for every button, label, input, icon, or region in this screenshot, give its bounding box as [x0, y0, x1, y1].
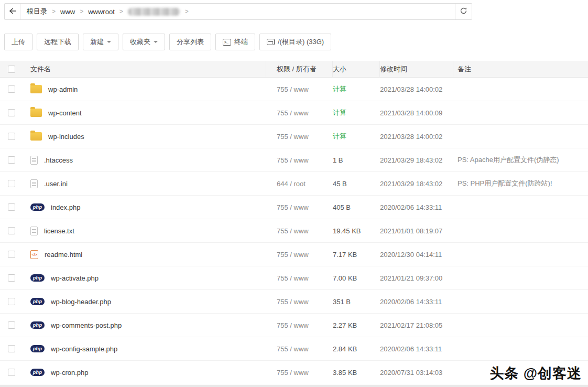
file-name-link[interactable]: index.php [51, 203, 80, 211]
file-name-link[interactable]: wp-comments-post.php [51, 321, 122, 329]
row-checkbox[interactable] [8, 180, 15, 187]
breadcrumb-blurred-site[interactable] [128, 8, 180, 16]
modified-time-cell: 2021/01/21 09:37:00 [380, 274, 453, 282]
back-button[interactable] [5, 4, 20, 19]
favorites-button[interactable]: 收藏夹 [123, 34, 165, 50]
table-row: .htaccess 755 / www 1 B 2021/03/29 18:43… [0, 148, 588, 172]
modified-time-cell: 2021/03/28 14:00:02 [380, 85, 453, 93]
upload-button[interactable]: 上传 [4, 34, 32, 50]
new-button[interactable]: 新建 [83, 34, 118, 50]
terminal-icon [223, 39, 231, 46]
header-modified-time: 修改时间 [380, 61, 453, 77]
php-icon [30, 345, 45, 352]
php-icon [30, 321, 45, 329]
breadcrumb-separator: > [185, 8, 189, 15]
row-checkbox[interactable] [8, 345, 15, 352]
modified-time-cell: 2020/12/30 04:14:11 [380, 251, 453, 259]
size-cell: 7.17 KB [333, 251, 380, 259]
permission-owner-cell: 755 / www [266, 156, 333, 164]
row-checkbox[interactable] [8, 133, 15, 140]
row-checkbox[interactable] [8, 85, 15, 93]
file-name-link[interactable]: wp-content [48, 109, 82, 117]
header-note: 备注 [453, 61, 588, 77]
file-toolbar: 上传 远程下载 新建 收藏夹 分享列表 终端 /(根目录) (33G) [4, 34, 588, 50]
upload-button-label: 上传 [12, 37, 25, 47]
compute-size-link[interactable]: 计算 [333, 132, 380, 141]
folder-icon [30, 109, 42, 117]
header-size: 大小 [333, 61, 380, 77]
note-cell: PS: Apache用户配置文件(伪静态) [453, 155, 588, 165]
table-row: index.php 755 / www 405 B 2020/02/06 14:… [0, 196, 588, 219]
permission-owner-cell: 755 / www [266, 109, 333, 117]
file-table-body: wp-admin 755 / www 计算 2021/03/28 14:00:0… [0, 78, 588, 384]
size-cell: 405 B [333, 203, 380, 211]
file-name-link[interactable]: readme.html [45, 251, 82, 259]
root-disk-label: /(根目录) (33G) [278, 37, 324, 47]
file-table-header: 文件名 权限 / 所有者 大小 修改时间 备注 [0, 61, 588, 78]
row-checkbox[interactable] [8, 109, 15, 116]
permission-owner-cell: 755 / www [266, 321, 333, 329]
file-name-link[interactable]: .user.ini [44, 180, 68, 188]
horizontal-scrollbar[interactable] [0, 385, 588, 387]
row-checkbox[interactable] [8, 251, 15, 258]
file-name-link[interactable]: license.txt [44, 227, 74, 235]
permission-owner-cell: 755 / www [266, 345, 333, 353]
table-row: wp-blog-header.php 755 / www 351 B 2020/… [0, 290, 588, 314]
size-cell: 3.85 KB [333, 369, 380, 377]
file-name-link[interactable]: wp-cron.php [51, 369, 89, 377]
file-icon [30, 227, 38, 235]
refresh-icon [460, 7, 467, 16]
compute-size-link[interactable]: 计算 [333, 108, 380, 117]
watermark: 头条 @创客迷 [489, 364, 582, 383]
share-list-label: 分享列表 [177, 37, 204, 47]
select-all-checkbox[interactable] [8, 66, 15, 73]
row-checkbox[interactable] [8, 203, 15, 211]
row-checkbox[interactable] [8, 369, 15, 376]
breadcrumb-separator: > [52, 8, 56, 15]
file-name-link[interactable]: wp-config-sample.php [51, 345, 117, 353]
breadcrumb: 根目录 > www > wwwroot > > [20, 4, 455, 19]
modified-time-cell: 2020/07/31 03:14:03 [380, 369, 453, 377]
terminal-button[interactable]: 终端 [215, 34, 255, 50]
new-button-label: 新建 [90, 37, 104, 47]
file-name-link[interactable]: wp-admin [48, 85, 78, 93]
file-icon [30, 179, 38, 188]
file-name-link[interactable]: wp-blog-header.php [51, 298, 111, 306]
permission-owner-cell: 755 / www [266, 274, 333, 282]
breadcrumb-wwwroot[interactable]: wwwroot [88, 8, 115, 16]
row-checkbox[interactable] [8, 227, 15, 234]
permission-owner-cell: 755 / www [266, 133, 333, 141]
file-table: 文件名 权限 / 所有者 大小 修改时间 备注 wp-admin 755 / w… [0, 61, 588, 384]
breadcrumb-www[interactable]: www [60, 8, 75, 16]
table-row: wp-includes 755 / www 计算 2021/03/28 14:0… [0, 125, 588, 148]
table-row: .user.ini 644 / root 45 B 2021/03/29 18:… [0, 172, 588, 196]
root-disk-button[interactable]: /(根目录) (33G) [259, 34, 331, 50]
table-row: wp-admin 755 / www 计算 2021/03/28 14:00:0… [0, 78, 588, 101]
size-cell: 2.84 KB [333, 345, 380, 353]
header-permission-owner: 权限 / 所有者 [266, 61, 333, 77]
permission-owner-cell: 755 / www [266, 227, 333, 235]
compute-size-link[interactable]: 计算 [333, 84, 380, 94]
share-list-button[interactable]: 分享列表 [169, 34, 211, 50]
permission-owner-cell: 755 / www [266, 369, 333, 377]
modified-time-cell: 2021/02/17 21:08:05 [380, 321, 453, 329]
row-checkbox[interactable] [8, 274, 15, 282]
modified-time-cell: 2021/03/29 18:43:02 [380, 180, 453, 188]
file-name-link[interactable]: wp-includes [48, 133, 84, 141]
remote-download-button[interactable]: 远程下载 [37, 34, 79, 50]
row-checkbox[interactable] [8, 298, 15, 305]
arrow-left-icon [8, 7, 17, 16]
modified-time-cell: 2021/03/28 14:00:02 [380, 133, 453, 141]
php-icon [30, 298, 45, 305]
table-row: wp-comments-post.php 755 / www 2.27 KB 2… [0, 314, 588, 337]
refresh-button[interactable] [455, 4, 472, 19]
breadcrumb-separator: > [80, 8, 83, 15]
row-checkbox[interactable] [8, 321, 15, 329]
file-name-link[interactable]: .htaccess [44, 156, 73, 164]
breadcrumb-root[interactable]: 根目录 [27, 7, 47, 16]
file-name-link[interactable]: wp-activate.php [51, 274, 99, 282]
size-cell: 351 B [333, 298, 380, 306]
remote-download-label: 远程下载 [44, 37, 71, 47]
row-checkbox[interactable] [8, 156, 15, 164]
terminal-label: 终端 [234, 37, 248, 47]
